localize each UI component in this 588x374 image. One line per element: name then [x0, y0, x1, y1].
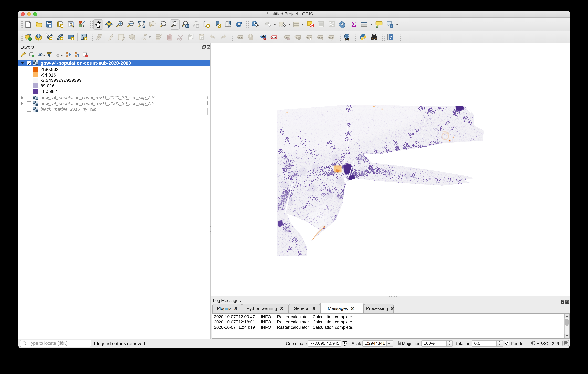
svg-text:abc: abc: [272, 36, 277, 39]
svg-text:✱: ✱: [50, 37, 52, 40]
svg-text:abc: abc: [238, 36, 243, 38]
svg-text:1:1: 1:1: [173, 22, 177, 25]
svg-text:ab: ab: [262, 35, 265, 38]
svg-text:i: i: [254, 21, 255, 26]
svg-text:Σ: Σ: [351, 20, 356, 28]
svg-text:?: ?: [389, 35, 392, 40]
svg-text:a: a: [83, 24, 85, 28]
svg-text:✱: ✱: [60, 37, 63, 40]
svg-text:✱: ✱: [84, 37, 87, 40]
svg-text:✱: ✱: [71, 37, 74, 40]
svg-text:abc: abc: [296, 36, 300, 38]
